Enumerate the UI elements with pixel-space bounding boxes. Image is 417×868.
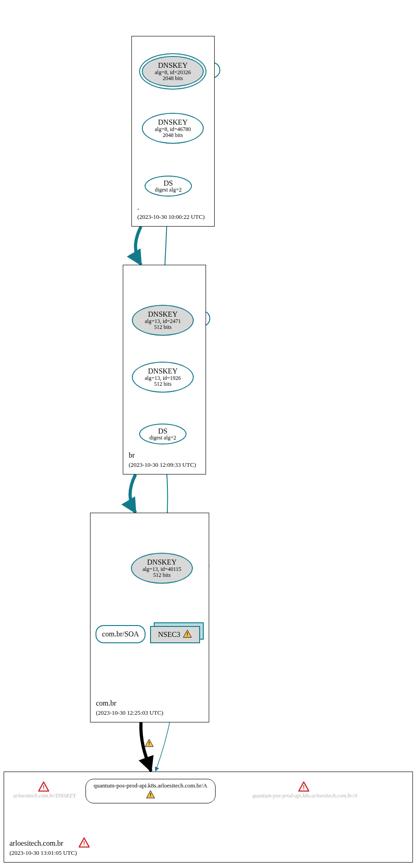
svg-text:!: ! [303, 784, 305, 791]
dnskey-root-ksk: DNSKEY alg=8, id=20326 2048 bits [142, 56, 204, 87]
dnskey-root-zsk: DNSKEY alg=8, id=46780 2048 bits [142, 113, 204, 144]
svg-text:!: ! [187, 631, 189, 637]
zone-br-label: br [129, 451, 135, 459]
zone-arlo-timestamp: (2023-10-30 13:01:05 UTC) [10, 849, 77, 857]
node-sub2: 2048 bits [163, 132, 183, 138]
node-sub: digest alg=2 [155, 187, 181, 193]
diagram-canvas: ! . (2023-10-30 10:00:22 UTC) DNSKEY alg… [0, 0, 417, 868]
nsec3-node: NSEC3 ! [150, 622, 205, 645]
node-title: DNSKEY [158, 61, 188, 70]
node-label: quantum-pos-prod-api.k8s.arloesitech.com… [94, 782, 207, 789]
zone-combr: com.br (2023-10-30 12:25:03 UTC) [90, 513, 209, 722]
ghost-a-record: quantum-pos-prod-api.k8s.arloesitech.com… [246, 792, 364, 799]
dnskey-br-ksk: DNSKEY alg=13, id=2471 512 bits [132, 305, 194, 336]
error-icon: ! [298, 782, 309, 793]
query-record: quantum-pos-prod-api.k8s.arloesitech.com… [85, 779, 216, 803]
ds-br: DS digest alg=2 [139, 424, 186, 444]
zone-combr-label: com.br [96, 699, 116, 707]
warning-icon: ! [145, 739, 154, 749]
zone-combr-timestamp: (2023-10-30 12:25:03 UTC) [96, 709, 163, 717]
warning-icon: ! [183, 630, 192, 640]
error-icon: ! [38, 782, 49, 793]
node-label: NSEC3 [158, 631, 181, 639]
node-sub2: 512 bits [154, 381, 171, 387]
svg-text:!: ! [150, 792, 151, 797]
node-sub: alg=13, id=1926 [145, 375, 181, 381]
node-sub2: 512 bits [153, 572, 171, 578]
node-title: DS [164, 179, 173, 187]
node-sub2: 512 bits [154, 324, 171, 330]
node-sub: alg=13, id=40115 [142, 566, 181, 572]
zone-root-label: . [137, 203, 139, 212]
dnskey-br-zsk: DNSKEY alg=13, id=1926 512 bits [132, 362, 194, 393]
node-title: DNSKEY [148, 367, 178, 375]
error-icon: ! [79, 838, 90, 849]
node-title: DNSKEY [148, 310, 178, 318]
ghost-dnskey: arloesitech.com.br/DNSKEY [8, 792, 81, 799]
zone-root-timestamp: (2023-10-30 10:00:22 UTC) [137, 213, 205, 221]
zone-br-timestamp: (2023-10-30 12:09:33 UTC) [129, 461, 196, 469]
zone-arlo-label: arloesitech.com.br [10, 839, 63, 848]
soa-combr: com.br/SOA [95, 625, 146, 643]
node-title: DNSKEY [147, 558, 177, 566]
node-sub: digest alg=2 [149, 435, 176, 441]
node-sub: alg=8, id=46780 [155, 126, 191, 132]
dnskey-combr-ksk: DNSKEY alg=13, id=40115 512 bits [131, 553, 193, 584]
node-title: DS [158, 427, 167, 435]
svg-text:!: ! [83, 840, 85, 847]
node-sub2: 2048 bits [163, 76, 183, 81]
node-sub: alg=8, id=20326 [155, 70, 191, 76]
svg-text:!: ! [43, 784, 45, 791]
node-title: DNSKEY [158, 118, 188, 126]
ds-root: DS digest alg=2 [145, 176, 192, 197]
node-sub: alg=13, id=2471 [145, 318, 181, 324]
node-label: com.br/SOA [102, 630, 139, 638]
svg-text:!: ! [148, 741, 150, 746]
warning-icon: ! [146, 790, 155, 800]
